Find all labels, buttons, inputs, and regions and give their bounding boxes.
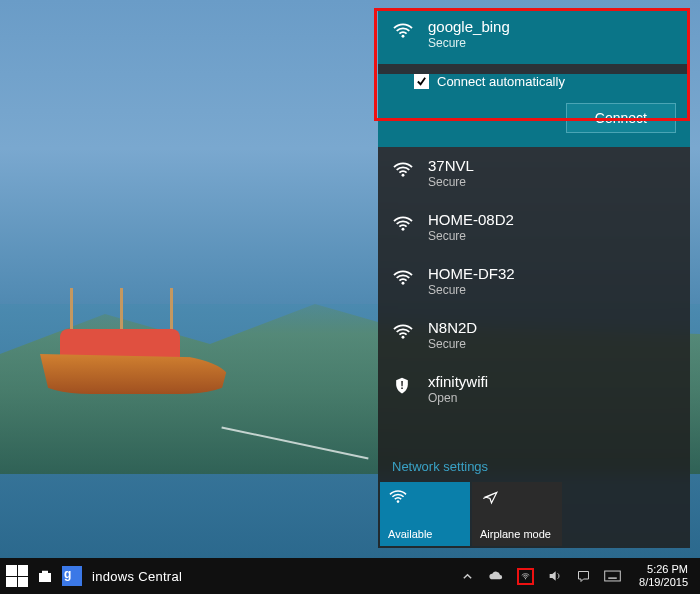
tile-label: Available bbox=[388, 528, 462, 540]
wifi-icon bbox=[392, 265, 418, 297]
svg-rect-8 bbox=[605, 571, 621, 581]
brand-text: indows Central bbox=[92, 569, 182, 584]
network-item[interactable]: 37NVLSecure bbox=[378, 147, 690, 201]
tray-volume-icon[interactable] bbox=[546, 568, 563, 585]
wifi-flyout: google_bing Secure Connect automatically… bbox=[378, 8, 690, 548]
network-item[interactable]: N8N2DSecure bbox=[378, 309, 690, 363]
checkbox-icon[interactable] bbox=[414, 74, 429, 89]
wifi-icon bbox=[392, 157, 418, 189]
start-button[interactable] bbox=[6, 565, 28, 587]
taskbar: g indows Central 5:26 PM bbox=[0, 558, 700, 594]
svg-rect-9 bbox=[608, 577, 617, 578]
connect-automatically-row[interactable]: Connect automatically bbox=[414, 74, 690, 89]
network-name: google_bing bbox=[428, 18, 676, 35]
network-security: Secure bbox=[428, 337, 676, 351]
quick-tiles: Available Airplane mode bbox=[378, 482, 690, 548]
svg-point-3 bbox=[402, 282, 405, 285]
svg-point-2 bbox=[402, 228, 405, 231]
wallpaper-boat bbox=[30, 304, 240, 394]
tray-chevron-up-icon[interactable] bbox=[459, 568, 476, 585]
tray-onedrive-icon[interactable] bbox=[488, 568, 505, 585]
svg-point-1 bbox=[402, 174, 405, 177]
network-name: N8N2D bbox=[428, 319, 676, 336]
wifi-icon bbox=[392, 319, 418, 351]
tray-keyboard-icon[interactable] bbox=[604, 568, 621, 585]
connect-automatically-label: Connect automatically bbox=[437, 74, 565, 89]
tile-airplane-mode[interactable]: Airplane mode bbox=[472, 482, 562, 546]
svg-point-0 bbox=[402, 35, 405, 38]
clock-time: 5:26 PM bbox=[639, 563, 688, 576]
wifi-icon bbox=[392, 211, 418, 243]
store-icon[interactable] bbox=[34, 565, 56, 587]
tile-label: Airplane mode bbox=[480, 528, 554, 540]
network-security: Secure bbox=[428, 175, 676, 189]
connect-button[interactable]: Connect bbox=[566, 103, 676, 133]
tray-wifi-icon[interactable] bbox=[517, 568, 534, 585]
network-security: Secure bbox=[428, 229, 676, 243]
network-security: Open bbox=[428, 391, 676, 405]
network-name: 37NVL bbox=[428, 157, 676, 174]
clock-date: 8/19/2015 bbox=[639, 576, 688, 589]
tile-wifi-available[interactable]: Available bbox=[380, 482, 470, 546]
network-item[interactable]: HOME-08D2Secure bbox=[378, 201, 690, 255]
network-item[interactable]: HOME-DF32Secure bbox=[378, 255, 690, 309]
system-tray: 5:26 PM 8/19/2015 bbox=[459, 563, 694, 588]
network-selected[interactable]: google_bing Secure bbox=[378, 8, 690, 64]
network-list: 37NVLSecureHOME-08D2SecureHOME-DF32Secur… bbox=[378, 147, 690, 417]
network-settings-link[interactable]: Network settings bbox=[378, 449, 690, 482]
network-name: HOME-08D2 bbox=[428, 211, 676, 228]
network-item[interactable]: !xfinitywifiOpen bbox=[378, 363, 690, 417]
network-security: Secure bbox=[428, 36, 676, 50]
svg-point-6 bbox=[397, 500, 400, 503]
wifi-icon: ! bbox=[392, 373, 418, 405]
google-tile-icon[interactable]: g bbox=[62, 566, 82, 586]
svg-point-7 bbox=[525, 578, 526, 579]
tray-action-center-icon[interactable] bbox=[575, 568, 592, 585]
tray-clock[interactable]: 5:26 PM 8/19/2015 bbox=[633, 563, 694, 588]
svg-point-4 bbox=[402, 336, 405, 339]
svg-text:!: ! bbox=[400, 379, 404, 391]
network-name: xfinitywifi bbox=[428, 373, 676, 390]
network-security: Secure bbox=[428, 283, 676, 297]
wifi-icon bbox=[392, 18, 418, 50]
network-name: HOME-DF32 bbox=[428, 265, 676, 282]
